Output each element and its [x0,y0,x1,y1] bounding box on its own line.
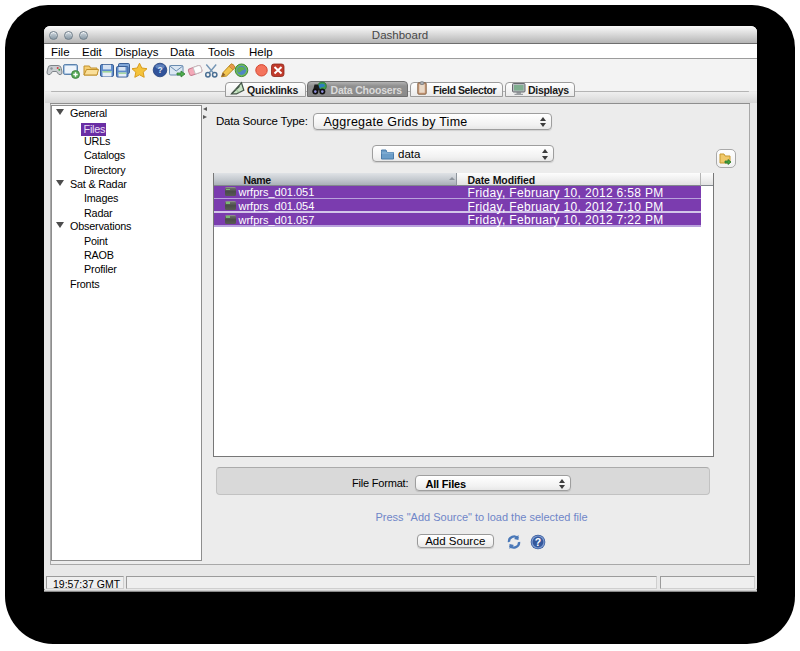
svg-text:?: ? [157,65,162,75]
svg-text:?: ? [534,536,540,548]
